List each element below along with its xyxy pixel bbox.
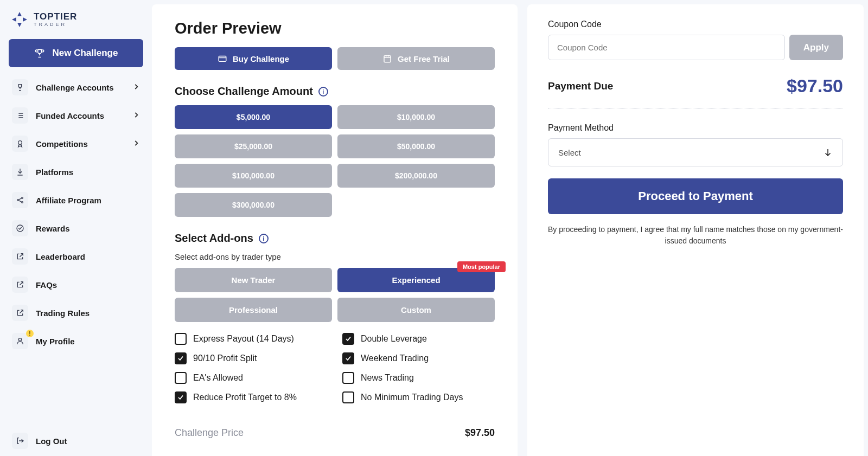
sidebar-item-rewards[interactable]: Rewards xyxy=(9,215,143,242)
alert-badge: ! xyxy=(26,330,34,337)
sidebar-item-funded-accounts[interactable]: Funded Accounts xyxy=(9,102,143,129)
svg-point-4 xyxy=(17,225,23,232)
amount-option[interactable]: $100,000.00 xyxy=(175,164,332,188)
addon-checkbox[interactable] xyxy=(175,333,187,345)
logout-item[interactable]: Log Out xyxy=(9,427,143,454)
sidebar-item-platforms[interactable]: Platforms xyxy=(9,158,143,185)
sidebar-item-leaderboard[interactable]: Leaderboard xyxy=(9,243,143,270)
addon-checkbox[interactable] xyxy=(175,372,187,384)
order-panel: Order Preview Buy Challenge Get Free Tri… xyxy=(152,4,518,456)
sidebar-item-competitions[interactable]: Competitions xyxy=(9,130,143,157)
new-challenge-label: New Challenge xyxy=(53,48,118,59)
new-challenge-button[interactable]: New Challenge xyxy=(9,39,143,67)
trophy-icon xyxy=(34,48,45,59)
sidebar-item-trading-rules[interactable]: Trading Rules xyxy=(9,299,143,326)
addon-label: Double Leverage xyxy=(361,334,427,344)
addon-item: EA's Allowed xyxy=(175,372,327,384)
svg-point-0 xyxy=(18,141,22,145)
amount-option[interactable]: $50,000.00 xyxy=(337,134,495,158)
trophy-icon xyxy=(12,79,28,95)
payment-due-amount: $97.50 xyxy=(787,75,843,97)
addons-subtext: Select add-ons by trader type xyxy=(175,252,495,261)
coupon-label: Coupon Code xyxy=(548,20,843,29)
addon-item: No Minimum Trading Days xyxy=(342,391,495,403)
sidebar-item-label: Trading Rules xyxy=(36,309,90,318)
info-icon[interactable]: i xyxy=(259,234,269,243)
external-icon xyxy=(12,305,28,321)
free-trial-button[interactable]: Get Free Trial xyxy=(337,47,495,70)
amount-option[interactable]: $5,000.00 xyxy=(175,105,332,129)
payment-panel: Coupon Code Apply Payment Due $97.50 Pay… xyxy=(527,4,864,456)
platform-row: Platform TradeLocker xyxy=(175,447,495,456)
addon-label: Express Payout (14 Days) xyxy=(193,334,294,344)
chevron-right-icon xyxy=(132,139,140,149)
addon-label: EA's Allowed xyxy=(193,373,243,383)
svg-point-1 xyxy=(17,200,19,201)
svg-point-5 xyxy=(18,338,21,341)
trader-type-option[interactable]: ExperiencedMost popular xyxy=(337,268,495,292)
sidebar-item-label: Funded Accounts xyxy=(36,111,104,120)
addon-label: News Trading xyxy=(361,373,414,383)
coupon-input[interactable] xyxy=(548,35,785,60)
addon-item: Express Payout (14 Days) xyxy=(175,333,327,345)
addon-item: Double Leverage xyxy=(342,333,495,345)
svg-point-2 xyxy=(22,197,23,199)
trader-type-option[interactable]: Custom xyxy=(337,298,495,322)
amount-option[interactable]: $200,000.00 xyxy=(337,164,495,188)
logout-icon xyxy=(12,433,28,449)
addon-checkbox[interactable] xyxy=(342,372,354,384)
chevron-right-icon xyxy=(132,83,140,92)
challenge-price-row: Challenge Price $97.50 xyxy=(175,419,495,447)
sidebar-item-label: FAQs xyxy=(36,280,57,290)
addon-label: No Minimum Trading Days xyxy=(361,393,463,402)
page-title: Order Preview xyxy=(175,20,495,37)
brand-name: TOPTIER xyxy=(34,12,77,21)
apply-coupon-button[interactable]: Apply xyxy=(789,35,843,60)
sidebar-item-label: Rewards xyxy=(36,224,70,233)
arrow-down-icon xyxy=(823,147,833,157)
proceed-to-payment-button[interactable]: Proceed to Payment xyxy=(548,178,843,214)
most-popular-tag: Most popular xyxy=(457,261,506,272)
brand-logo[interactable]: TOPTIERTRADER xyxy=(9,11,143,39)
sidebar-item-label: Competitions xyxy=(36,139,88,149)
addon-checkbox[interactable] xyxy=(175,352,187,364)
external-icon xyxy=(12,248,28,265)
trader-type-option[interactable]: Professional xyxy=(175,298,332,322)
sidebar-item-label: Platforms xyxy=(36,168,73,177)
amount-grid: $5,000.00$10,000.00$25,000.00$50,000.00$… xyxy=(175,105,495,217)
sidebar-item-faqs[interactable]: FAQs xyxy=(9,271,143,298)
addon-item: News Trading xyxy=(342,372,495,384)
addon-item: Weekend Trading xyxy=(342,352,495,364)
addon-item: Reduce Profit Target to 8% xyxy=(175,391,327,403)
sidebar-item-my-profile[interactable]: !My Profile xyxy=(9,327,143,355)
logo-icon xyxy=(11,11,28,28)
payment-disclaimer: By proceeding to payment, I agree that m… xyxy=(548,224,843,247)
amount-option[interactable]: $300,000.00 xyxy=(175,193,332,217)
amount-option[interactable]: $10,000.00 xyxy=(337,105,495,129)
trader-type-option[interactable]: New Trader xyxy=(175,268,332,292)
addon-checkbox[interactable] xyxy=(175,391,187,403)
addon-checkbox[interactable] xyxy=(342,352,354,364)
sidebar-item-affiliate-program[interactable]: Affiliate Program xyxy=(9,187,143,214)
card-icon xyxy=(218,54,227,63)
buy-challenge-button[interactable]: Buy Challenge xyxy=(175,47,332,70)
addon-label: Weekend Trading xyxy=(361,354,429,363)
nav-list: Challenge AccountsFunded AccountsCompeti… xyxy=(9,74,143,355)
payment-due-label: Payment Due xyxy=(548,80,613,92)
sidebar-item-challenge-accounts[interactable]: Challenge Accounts xyxy=(9,74,143,101)
payment-method-select[interactable]: Select xyxy=(548,138,843,166)
external-icon xyxy=(12,277,28,293)
chevron-right-icon xyxy=(132,111,140,120)
trader-type-grid: New TraderExperiencedMost popularProfess… xyxy=(175,268,495,322)
sidebar-item-label: Affiliate Program xyxy=(36,196,101,205)
logout-label: Log Out xyxy=(36,436,67,446)
addon-checkbox[interactable] xyxy=(342,333,354,345)
sidebar-item-label: My Profile xyxy=(36,337,75,346)
info-icon[interactable]: i xyxy=(318,87,328,97)
list-icon xyxy=(12,107,28,124)
addon-checkbox[interactable] xyxy=(342,391,354,403)
addon-grid: Express Payout (14 Days)Double Leverage9… xyxy=(175,333,495,403)
amount-option[interactable]: $25,000.00 xyxy=(175,134,332,158)
user-icon xyxy=(12,333,28,349)
payment-method-label: Payment Method xyxy=(548,123,843,133)
